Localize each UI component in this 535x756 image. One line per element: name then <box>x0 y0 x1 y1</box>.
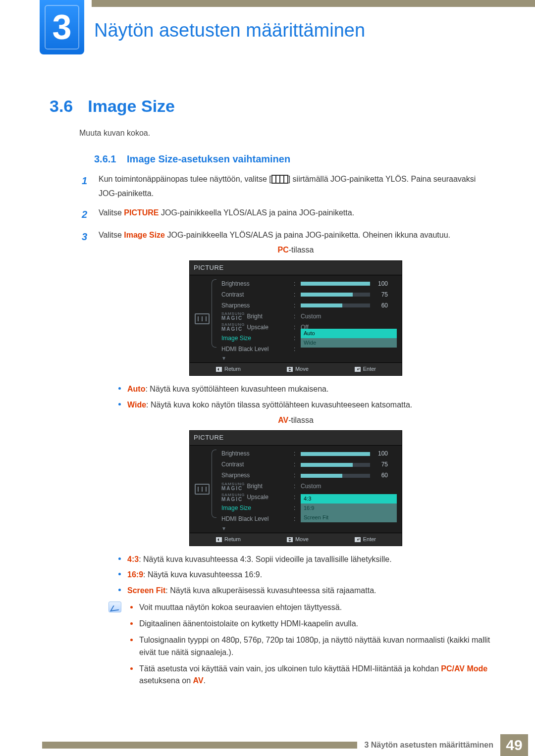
osd-footer: Return Move Enter <box>190 533 402 546</box>
osd-label: Brightness <box>221 449 291 458</box>
osd-panel: PICTURE Brightness:100 Contrast:75 Sharp… <box>189 430 402 546</box>
page-number: 49 <box>500 734 528 756</box>
osd-value: 60 <box>373 471 388 480</box>
osd-footer-enter: Enter <box>354 365 376 373</box>
osd-label-selected: Image Size <box>221 504 291 513</box>
osd-label: SAMSUNGMAGICUpscale <box>221 323 291 332</box>
step-text: JOG-painikkeella YLÖS/ALAS ja paina JOG-… <box>159 208 355 217</box>
enter-icon <box>354 537 361 543</box>
term-image-size: Image Size <box>124 231 165 239</box>
section-title: Image Size <box>88 97 175 116</box>
osd-row-image-size: Image Size:4:316:9Screen Fit <box>216 503 397 514</box>
osd-value: 75 <box>373 290 388 300</box>
osd-slider <box>301 303 370 307</box>
move-icon <box>286 366 293 372</box>
step-text: Valitse <box>99 231 124 239</box>
note-block: Voit muuttaa näytön kokoa seuraavien eht… <box>99 602 493 691</box>
osd-footer: Return Move Enter <box>190 362 402 375</box>
osd-footer-enter: Enter <box>354 535 376 544</box>
mode-suffix: -tilassa <box>288 416 314 424</box>
note-list: Voit muuttaa näytön kokoa seuraavien eht… <box>130 602 493 691</box>
list-item: Screen Fit: Näytä kuva alkuperäisessä ku… <box>118 584 493 597</box>
osd-bracket-decor <box>212 279 216 348</box>
osd-option-selected: 4:3 <box>301 494 397 504</box>
step-text: JOG-painikkeella YLÖS/ALAS ja paina JOG-… <box>165 231 450 239</box>
osd-slider <box>301 293 370 297</box>
picture-category-icon <box>195 313 210 324</box>
osd-option-list: AutoWide <box>301 329 397 348</box>
page-footer: 3 Näytön asetusten määrittäminen 49 <box>0 734 535 756</box>
osd-bracket-decor <box>212 450 216 518</box>
osd-option: 16:9 <box>301 504 397 513</box>
list-item: Tätä asetusta voi käyttää vain vain, jos… <box>130 663 493 688</box>
osd-value: Custom <box>301 482 397 491</box>
osd-label: Contrast <box>221 290 291 300</box>
note-text: . <box>204 676 206 685</box>
osd-body: Brightness:100 Contrast:75 Sharpness:60 … <box>190 275 402 362</box>
osd-body: Brightness:100 Contrast:75 Sharpness:60 … <box>190 446 402 533</box>
menu-icon-bracket <box>271 175 288 188</box>
osd-option-selected: Auto <box>301 329 397 338</box>
bullet-text: : Näytä kuva alkuperäisessä kuvasuhteess… <box>165 586 376 595</box>
osd-value: 100 <box>373 279 388 289</box>
step-number: 1 <box>82 173 90 200</box>
osd-slider-fill <box>301 452 370 456</box>
osd-label: Sharpness <box>221 301 291 310</box>
samsung-magic-logo: SAMSUNGMAGIC <box>221 482 245 491</box>
osd-row-contrast: Contrast:75 <box>216 289 397 300</box>
osd-category-icon-col <box>190 446 214 533</box>
bullet-term: Screen Fit <box>127 586 165 595</box>
osd-category-icon-col <box>190 275 214 362</box>
osd-slider-fill <box>301 463 353 467</box>
osd-slider <box>301 452 370 456</box>
osd-value: 100 <box>373 449 388 458</box>
osd-footer-return: Return <box>215 365 241 373</box>
step-text: Kun toimintonäppäinopas tulee näyttöön, … <box>99 175 271 183</box>
subsection-number: 3.6.1 <box>94 153 116 164</box>
osd-value: 75 <box>373 460 388 469</box>
osd-label: SAMSUNGMAGICUpscale <box>221 493 291 502</box>
list-item: 16:9: Näytä kuva kuvasuhteessa 16:9. <box>118 568 493 581</box>
note-term: AV <box>193 676 204 685</box>
subsection-title: Image Size-asetuksen vaihtaminen <box>127 153 290 164</box>
osd-row-magic-bright: SAMSUNGMAGICBright:Custom <box>216 481 397 492</box>
osd-value: Custom <box>301 312 397 321</box>
bullet-text: : Näytä kuva syöttölähteen kuvasuhteen m… <box>145 385 328 393</box>
step-body: Kun toimintonäppäinopas tulee näyttöön, … <box>99 173 493 200</box>
list-item: Voit muuttaa näytön kokoa seuraavien eht… <box>130 602 493 614</box>
note-text: Tulosignaalin tyyppi on 480p, 576p, 720p… <box>139 636 490 656</box>
osd-row-sharpness: Sharpness:60 <box>216 300 397 311</box>
bullet-term: 16:9 <box>127 570 143 579</box>
step-3: 3 Valitse Image Size JOG-painikkeella YL… <box>82 229 493 692</box>
mode-prefix: AV <box>278 416 288 424</box>
step-number: 2 <box>82 207 90 222</box>
note-term: PC/AV Mode <box>441 664 487 673</box>
samsung-magic-logo: SAMSUNGMAGIC <box>221 312 245 321</box>
list-item: 4:3: Näytä kuva kuvasuhteessa 4:3. Sopii… <box>118 553 493 566</box>
list-item: Tulosignaalin tyyppi on 480p, 576p, 720p… <box>130 634 493 659</box>
bullet-text: : Näytä kuva kuvasuhteessa 4:3. Sopii vi… <box>139 555 391 563</box>
section-intro: Muuta kuvan kokoa. <box>79 129 150 138</box>
note-text: Voit muuttaa näytön kokoa seuraavien eht… <box>139 603 342 611</box>
av-bullet-list: 4:3: Näytä kuva kuvasuhteessa 4:3. Sopii… <box>99 553 493 597</box>
osd-option-list: 4:316:9Screen Fit <box>301 494 397 522</box>
return-icon <box>215 366 222 372</box>
term-picture: PICTURE <box>124 208 159 217</box>
osd-screenshot-av: PICTURE Brightness:100 Contrast:75 Sharp… <box>99 430 493 546</box>
footer-chapter-ref: 3 Näytön asetusten määrittäminen <box>357 741 500 750</box>
osd-label: Contrast <box>221 460 291 469</box>
osd-title: PICTURE <box>190 261 402 275</box>
osd-slider-fill <box>301 303 342 307</box>
bullet-text: : Näytä kuva kuvasuhteessa 16:9. <box>143 570 262 579</box>
chapter-tab: 3 <box>40 0 84 54</box>
step-body: Valitse Image Size JOG-painikkeella YLÖS… <box>99 229 493 692</box>
step-2: 2 Valitse PICTURE JOG-painikkeella YLÖS/… <box>82 207 493 222</box>
osd-scroll-down-arrow-icon: ▼ <box>216 354 397 361</box>
osd-rows: Brightness:100 Contrast:75 Sharpness:60 … <box>214 275 402 362</box>
osd-label: HDMI Black Level <box>221 514 291 524</box>
step-1: 1 Kun toimintonäppäinopas tulee näyttöön… <box>82 173 493 200</box>
av-mode-label: AV-tilassa <box>99 414 493 427</box>
osd-row-brightness: Brightness:100 <box>216 278 397 289</box>
osd-title: PICTURE <box>190 431 402 445</box>
section-number: 3.6 <box>50 97 73 116</box>
